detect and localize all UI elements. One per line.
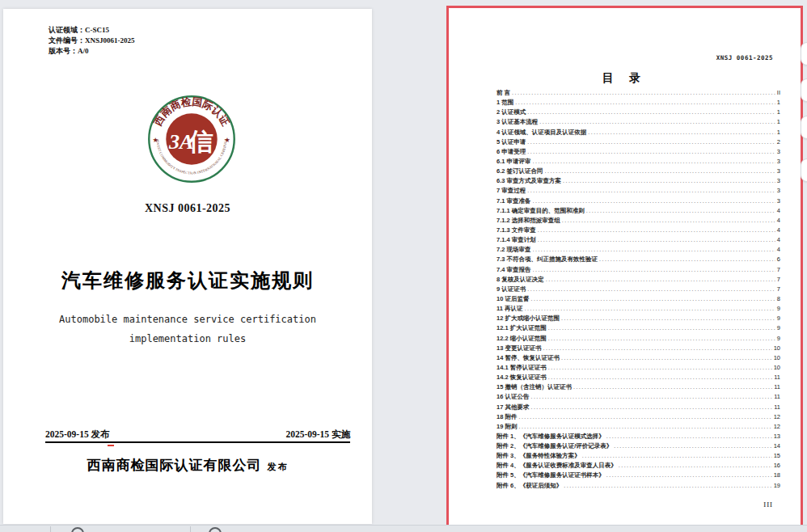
toc-entry-label: 10 证后监督 [496,295,529,303]
toc-entry-page: 9 [777,324,780,331]
toc-entry: 1 范围....................................… [496,99,780,108]
toc-leader-dots: ........................................… [527,149,775,154]
toc-entry: 7 审查过程..................................… [496,187,780,196]
toc-header-doc-number: XNSJ 0061-2025 [716,54,773,61]
toc-entry: 附件 2、《汽车维修服务认证/评价记录表》...................… [496,442,780,452]
toc-leader-dots: ........................................… [527,139,775,145]
toc-entry-page: 7 [777,266,780,273]
toc-entry-page: 11 [774,383,780,391]
publisher-name: 西南商检国际认证有限公司 [87,458,262,473]
toc-entry: 14.1 暂停认证证书.............................… [496,364,780,374]
toc-entry-label: 15 撤销（含注销）认证证书 [496,383,572,391]
toc-leader-dots: ........................................… [588,129,775,135]
toc-entry-label: 前 言 [496,89,510,97]
cover-doc-number: XNSJ 0061-2025 [3,202,372,215]
toc-entry: 6.2 签订认证合同..............................… [496,167,780,177]
toc-entry: 6.3 审查方式及审查方案...........................… [496,177,780,187]
toc-entry: 6.1 申请评审................................… [496,158,780,167]
toc-entry-page: 12 [774,423,780,430]
red-proofing-mark [108,445,114,446]
implementation-date: 2025-09-15 实施 [285,429,350,441]
toc-leader-dots: ........................................… [533,158,775,164]
toc-entry: 7.1.2 选择和指派审查组..........................… [496,217,780,226]
toc-entry: 4 认证领域、认证项目及认证依据........................… [496,129,780,138]
publisher-line: 西南商检国际认证有限公司发布 [3,456,372,475]
toc-entry-page: 14 [774,442,780,450]
toc-leader-dots: ........................................… [546,277,775,282]
toc-entry: 3 认证基本流程................................… [496,118,780,128]
toc-entry-label: 7.4 审查报告 [496,266,531,274]
toc-entry-page: 3 [777,158,780,165]
taskbar-app-icon[interactable] [71,527,84,532]
toc-entry-page: 9 [777,305,780,312]
toc-entry-label: 9 认证证书 [496,285,526,293]
toc-leader-dots: ........................................… [606,433,772,439]
taskbar-app-icon[interactable] [209,527,222,532]
toc-entry-label: 7 审查过程 [496,187,526,195]
cover-meta-field: 版本号：A/0 [49,46,135,57]
seal-star-right-icon: ★ [224,136,230,144]
seal-star-left-icon: ★ [152,136,158,144]
toc-leader-dots: ........................................… [530,404,772,410]
toc-entry-page: 12 [774,413,780,420]
toc-entry-label: 8 复核及认证决定 [496,276,544,284]
toc-leader-dots: ........................................… [527,188,775,193]
toc-entry: 7.1.4 审查计划..............................… [496,236,780,246]
toc-entry: 8 复核及认证决定...............................… [496,276,780,285]
toc-entry-page: 11 [774,403,780,411]
toc-entry-label: 19 附则 [496,423,517,431]
side-floating-button-2[interactable] [801,78,807,102]
certification-seal-icon: 西南商检国际认证 SOUTHWEST COMMODITY INSPECTION … [146,94,237,184]
toc-entry: 17 其他要求.................................… [496,403,780,413]
toc-entry-page: 8 [777,295,780,302]
toc-entry: 14 暂停、恢复认证证书............................… [496,354,780,364]
side-floating-button-1[interactable] [801,42,807,65]
side-floating-button-3[interactable] [801,116,807,139]
toc-leader-dots: ........................................… [573,384,772,390]
toc-entry-page: 6 [777,255,780,263]
toc-entry-label: 12.2 缩小认证范围 [496,335,547,343]
toc-title: 目 录 [449,71,801,86]
toc-entry-page: 10 [774,344,780,352]
toc-leader-dots: ........................................… [518,424,771,429]
side-floating-button-4[interactable] [801,158,807,182]
toc-leader-dots: ........................................… [619,462,772,468]
toc-entry-page: 2 [777,138,780,146]
taskbar-divider [190,526,191,532]
toc-entry-label: 7.1 审查准备 [496,197,531,205]
toc-entry-label: 7.3 不符合项、纠正措施及有效性验证 [496,255,598,264]
toc-leader-dots: ........................................… [515,99,775,105]
toc-entry-label: 6 申请受理 [496,148,526,156]
toc-entry-page: 4 [777,217,780,224]
toc-leader-dots: ........................................… [561,355,772,361]
toc-entry-page: 9 [777,315,780,322]
toc-entry-page: 1 [777,99,780,106]
toc-entry-page: 3 [777,187,780,194]
taskbar-divider [50,526,51,532]
toc-entry-label: 4 认证领域、认证项目及认证依据 [496,129,586,137]
toc-leader-dots: ........................................… [533,198,775,204]
issue-implementation-line: 2025-09-15 发布 2025-09-15 实施 [45,429,350,443]
toc-entry: 2 认证模式..................................… [496,108,780,118]
toc-entry: 18 附件...................................… [496,413,780,423]
seal-xin-text: 信 [187,128,213,156]
toc-leader-dots: ........................................… [530,394,772,399]
toc-entry: 6 申请受理..................................… [496,148,780,158]
toc-entry-label: 6.3 审查方式及审查方案 [496,177,561,185]
toc-entry: 前 言.....................................… [496,89,780,99]
toc-leader-dots: ........................................… [614,443,771,449]
toc-leader-dots: ........................................… [564,483,771,488]
toc-entry: 9 认证证书..................................… [496,285,780,295]
toc-leader-dots: ........................................… [538,227,775,233]
toc-entry-page: 16 [774,462,780,469]
toc-entry-page: 3 [777,177,780,184]
toc-entry-label: 5 认证申请 [496,138,526,146]
toc-entry: 附件 3、《服务特性体验方案》.........................… [496,452,780,462]
toc-leader-dots: ........................................… [527,109,775,115]
publisher-suffix: 发布 [268,462,289,471]
toc-leader-dots: ........................................… [530,296,775,302]
toc-entry-label: 6.2 签订认证合同 [496,167,543,175]
toc-leader-dots: ........................................… [545,168,775,174]
toc-entry-label: 附件 4、《服务认证收费标准及审查人日表》 [496,462,617,470]
toc-entry: 14.2 恢复认证证书.............................… [496,374,780,383]
